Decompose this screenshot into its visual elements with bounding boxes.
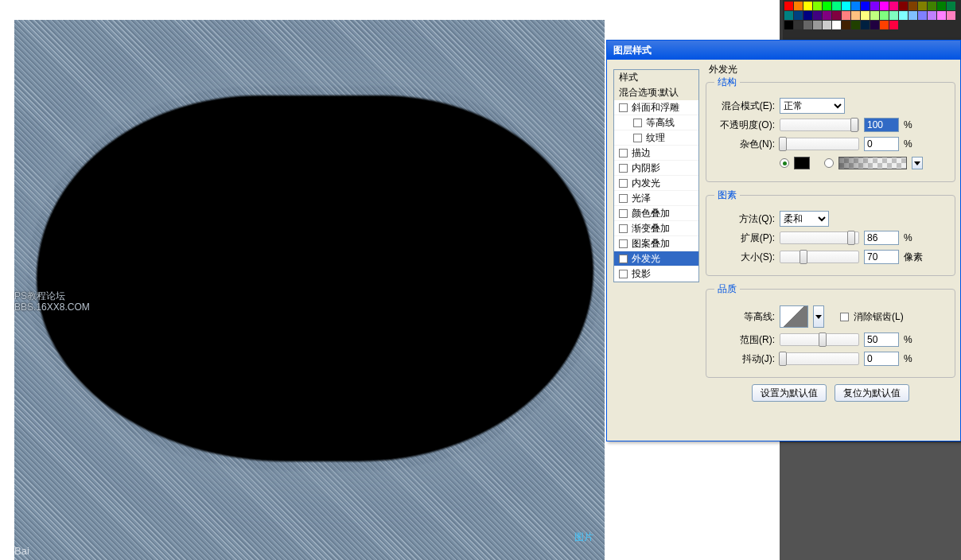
opacity-slider[interactable] bbox=[780, 119, 859, 131]
color-swatch[interactable] bbox=[861, 2, 870, 10]
swatches-panel[interactable] bbox=[783, 0, 961, 40]
gradient-dropdown-icon[interactable] bbox=[912, 157, 923, 169]
style-item-5[interactable]: 内发光 bbox=[614, 176, 698, 191]
color-swatch[interactable] bbox=[794, 11, 803, 20]
color-swatch[interactable] bbox=[823, 2, 831, 10]
noise-slider[interactable] bbox=[780, 138, 859, 150]
color-swatch[interactable] bbox=[794, 21, 803, 29]
color-swatch[interactable] bbox=[928, 11, 936, 20]
color-swatch[interactable] bbox=[880, 2, 889, 10]
color-swatch[interactable] bbox=[889, 2, 898, 10]
style-checkbox[interactable] bbox=[619, 149, 628, 158]
color-swatch[interactable] bbox=[937, 2, 946, 10]
sidebar-header-styles[interactable]: 样式 bbox=[614, 70, 698, 85]
color-swatch[interactable] bbox=[870, 21, 879, 29]
style-item-11[interactable]: 投影 bbox=[614, 266, 698, 282]
style-checkbox[interactable] bbox=[619, 270, 628, 278]
reset-default-button[interactable]: 复位为默认值 bbox=[835, 384, 909, 402]
color-swatch[interactable] bbox=[851, 2, 860, 10]
style-checkbox[interactable] bbox=[619, 194, 628, 203]
color-swatch[interactable] bbox=[813, 21, 822, 29]
color-swatch[interactable] bbox=[889, 21, 898, 29]
color-swatch[interactable] bbox=[842, 21, 850, 29]
color-swatch[interactable] bbox=[880, 11, 889, 20]
gradient-radio[interactable] bbox=[824, 158, 834, 168]
style-item-8[interactable]: 渐变叠加 bbox=[614, 221, 698, 236]
color-swatch[interactable] bbox=[803, 21, 812, 29]
color-swatch[interactable] bbox=[851, 11, 860, 20]
color-swatch[interactable] bbox=[832, 21, 841, 29]
range-input[interactable] bbox=[864, 332, 899, 347]
glow-color-swatch[interactable] bbox=[794, 157, 810, 169]
color-swatch[interactable] bbox=[880, 21, 889, 29]
color-radio[interactable] bbox=[780, 158, 789, 168]
color-swatch[interactable] bbox=[823, 11, 831, 20]
style-item-0[interactable]: 斜面和浮雕 bbox=[614, 100, 698, 115]
contour-picker[interactable] bbox=[780, 305, 808, 328]
color-swatch[interactable] bbox=[813, 2, 822, 10]
color-swatch[interactable] bbox=[861, 21, 870, 29]
make-default-button[interactable]: 设置为默认值 bbox=[752, 384, 827, 402]
style-checkbox[interactable] bbox=[619, 209, 628, 218]
color-swatch[interactable] bbox=[918, 11, 927, 20]
style-checkbox[interactable] bbox=[619, 103, 628, 112]
color-swatch[interactable] bbox=[889, 11, 898, 20]
spread-input[interactable] bbox=[864, 231, 899, 245]
style-item-4[interactable]: 内阴影 bbox=[614, 161, 698, 176]
size-input[interactable] bbox=[864, 250, 899, 264]
color-swatch[interactable] bbox=[813, 11, 822, 20]
color-swatch[interactable] bbox=[899, 2, 908, 10]
color-swatch[interactable] bbox=[842, 2, 850, 10]
technique-select[interactable]: 柔和 bbox=[780, 211, 829, 227]
style-item-9[interactable]: 图案叠加 bbox=[614, 236, 698, 251]
color-swatch[interactable] bbox=[784, 21, 793, 29]
color-swatch[interactable] bbox=[803, 2, 812, 10]
style-checkbox[interactable] bbox=[619, 255, 628, 263]
blend-mode-select[interactable]: 正常 bbox=[780, 98, 845, 114]
style-checkbox[interactable] bbox=[619, 224, 628, 233]
contour-dropdown-icon[interactable] bbox=[813, 305, 824, 328]
style-checkbox[interactable] bbox=[619, 239, 628, 248]
glow-gradient[interactable] bbox=[838, 157, 907, 169]
jitter-slider[interactable] bbox=[780, 352, 859, 365]
color-swatch[interactable] bbox=[784, 11, 793, 20]
style-item-7[interactable]: 颜色叠加 bbox=[614, 206, 698, 221]
color-swatch[interactable] bbox=[947, 2, 955, 10]
style-item-10[interactable]: 外发光 bbox=[614, 251, 698, 266]
color-swatch[interactable] bbox=[851, 21, 860, 29]
color-swatch[interactable] bbox=[899, 11, 908, 20]
style-checkbox[interactable] bbox=[633, 134, 642, 142]
style-item-1[interactable]: 等高线 bbox=[614, 115, 698, 130]
color-swatch[interactable] bbox=[794, 2, 803, 10]
size-slider[interactable] bbox=[780, 251, 859, 263]
jitter-input[interactable] bbox=[864, 352, 899, 366]
color-swatch[interactable] bbox=[784, 2, 793, 10]
color-swatch[interactable] bbox=[937, 11, 946, 20]
color-swatch[interactable] bbox=[842, 11, 850, 20]
spread-slider[interactable] bbox=[780, 231, 859, 244]
style-checkbox[interactable] bbox=[619, 179, 628, 188]
color-swatch[interactable] bbox=[803, 11, 812, 20]
color-swatch[interactable] bbox=[861, 11, 870, 20]
sidebar-header-blend[interactable]: 混合选项:默认 bbox=[614, 85, 698, 100]
document-canvas[interactable]: PS教程论坛BBS.16XX8.COM Bai 图片 bbox=[14, 20, 605, 560]
color-swatch[interactable] bbox=[908, 2, 917, 10]
style-item-6[interactable]: 光泽 bbox=[614, 191, 698, 206]
noise-input[interactable] bbox=[864, 137, 899, 151]
style-item-3[interactable]: 描边 bbox=[614, 146, 698, 161]
color-swatch[interactable] bbox=[870, 2, 879, 10]
color-swatch[interactable] bbox=[823, 21, 831, 29]
style-checkbox[interactable] bbox=[619, 164, 628, 173]
color-swatch[interactable] bbox=[832, 11, 841, 20]
color-swatch[interactable] bbox=[908, 11, 917, 20]
color-swatch[interactable] bbox=[832, 2, 841, 10]
antialias-checkbox[interactable] bbox=[840, 313, 849, 321]
opacity-input[interactable] bbox=[864, 118, 899, 132]
style-checkbox[interactable] bbox=[633, 119, 642, 127]
color-swatch[interactable] bbox=[870, 11, 879, 20]
color-swatch[interactable] bbox=[928, 2, 936, 10]
color-swatch[interactable] bbox=[918, 2, 927, 10]
color-swatch[interactable] bbox=[947, 11, 955, 20]
dialog-titlebar[interactable]: 图层样式 bbox=[607, 41, 960, 60]
range-slider[interactable] bbox=[780, 333, 859, 346]
